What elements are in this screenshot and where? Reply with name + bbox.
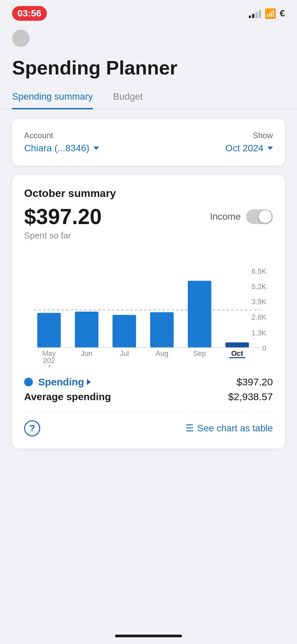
- avg-spending-label: Average spending: [24, 391, 111, 402]
- income-area: Income: [210, 209, 273, 224]
- svg-text:3.9K: 3.9K: [251, 298, 266, 306]
- account-chevron-icon: [94, 147, 99, 150]
- spending-row: Spending $397.20: [24, 376, 273, 388]
- table-icon: ☰: [185, 423, 194, 434]
- summary-amount: $397.20: [24, 204, 102, 229]
- tab-spending-summary[interactable]: Spending summary: [12, 85, 93, 109]
- svg-text:1.3K: 1.3K: [251, 329, 266, 337]
- svg-text:6.5K: 6.5K: [251, 267, 266, 275]
- spending-dot-icon: [24, 378, 33, 386]
- summary-amount-row: $397.20 Income: [24, 204, 273, 229]
- toggle-knob: [259, 210, 272, 223]
- svg-text:Jun: Jun: [81, 349, 93, 357]
- svg-text:5.2K: 5.2K: [251, 282, 266, 290]
- summary-title: October summary: [24, 187, 273, 200]
- avg-spending-row: Average spending $2,938.57: [24, 391, 273, 402]
- card-footer: ? ☰ See chart as table: [24, 412, 273, 436]
- status-icons: 📶 €: [249, 8, 285, 19]
- svg-text:Sep: Sep: [193, 349, 206, 357]
- avg-spending-amount: $2,938.57: [228, 391, 273, 402]
- svg-text:May: May: [42, 349, 56, 357]
- help-button[interactable]: ?: [24, 420, 40, 436]
- page-title: Spending Planner: [0, 47, 297, 82]
- back-area: [0, 24, 297, 47]
- bar-may: [37, 313, 61, 347]
- spending-chevron-icon: [87, 379, 91, 385]
- spent-so-far-label: Spent so far: [24, 230, 273, 241]
- svg-text:4: 4: [47, 364, 51, 367]
- bar-sep: [188, 281, 211, 347]
- tab-budget[interactable]: Budget: [113, 85, 143, 109]
- svg-text:Oct: Oct: [231, 349, 243, 357]
- status-time: 03:56: [12, 6, 47, 21]
- signal-icon: [249, 9, 261, 18]
- income-toggle[interactable]: [246, 209, 273, 224]
- status-bar: 03:56 📶 €: [0, 0, 297, 24]
- avatar[interactable]: [12, 30, 29, 47]
- bar-chart: 0 1.3K 2.6K 3.9K 5.2K 6.5K: [24, 253, 273, 367]
- summary-card: October summary $397.20 Income Spent so …: [12, 175, 285, 448]
- bar-jun: [75, 312, 98, 347]
- bar-aug: [150, 312, 174, 347]
- spending-label-group: Spending: [24, 376, 91, 388]
- svg-text:Jul: Jul: [120, 349, 129, 357]
- date-selector[interactable]: Oct 2024: [225, 143, 273, 154]
- svg-text:2.6K: 2.6K: [251, 313, 266, 321]
- date-chevron-icon: [268, 147, 273, 150]
- home-indicator: [115, 635, 182, 637]
- svg-text:202: 202: [43, 357, 55, 365]
- euro-icon: €: [280, 8, 285, 19]
- account-card: Account Chiara (...8346) Show Oct 2024: [12, 119, 285, 166]
- wifi-icon: 📶: [264, 8, 276, 19]
- spending-amount: $397.20: [237, 376, 273, 388]
- tabs-container: Spending summary Budget: [0, 85, 297, 109]
- account-label: Account: [24, 131, 99, 140]
- show-label: Show: [225, 131, 273, 140]
- account-section: Account Chiara (...8346): [24, 131, 99, 154]
- bar-oct: [225, 342, 249, 347]
- show-section: Show Oct 2024: [225, 131, 273, 154]
- svg-text:0: 0: [262, 344, 266, 353]
- income-label: Income: [210, 211, 241, 222]
- bar-jul: [113, 315, 136, 347]
- svg-text:Aug: Aug: [156, 349, 168, 357]
- chart-svg: 0 1.3K 2.6K 3.9K 5.2K 6.5K: [24, 253, 273, 367]
- see-chart-as-table-button[interactable]: ☰ See chart as table: [185, 423, 273, 434]
- account-selector[interactable]: Chiara (...8346): [24, 143, 99, 154]
- spending-link[interactable]: Spending: [38, 376, 91, 388]
